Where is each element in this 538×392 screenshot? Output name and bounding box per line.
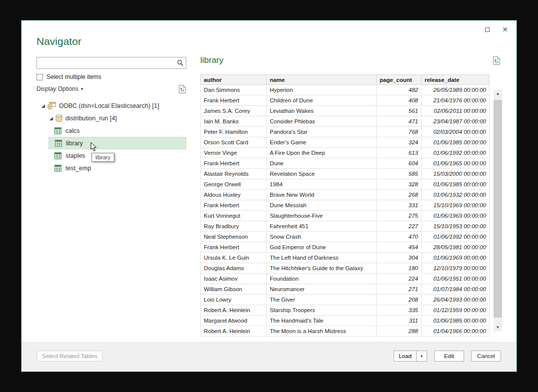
svg-text:↻: ↻ bbox=[494, 58, 499, 64]
cell: 271 bbox=[377, 284, 422, 295]
tree-children: calcs library staples test_emp bbox=[36, 124, 186, 174]
cancel-button[interactable]: Cancel bbox=[471, 351, 501, 362]
scroll-up-icon: ▲ bbox=[496, 91, 500, 96]
cell: 02/03/2004 00:00:00 bbox=[422, 127, 490, 137]
scrollbar-thumb[interactable] bbox=[494, 100, 502, 318]
cell: Ender's Game bbox=[267, 137, 377, 148]
page-title: Navigator bbox=[36, 35, 81, 47]
cell: 227 bbox=[377, 221, 422, 232]
cell: Foundation bbox=[267, 274, 377, 284]
search-icon[interactable] bbox=[175, 59, 186, 66]
column-header-author: author bbox=[201, 75, 267, 85]
cell: 1984 bbox=[267, 179, 377, 190]
cell: Children of Dune bbox=[267, 95, 377, 106]
tree-item-staples[interactable]: staples bbox=[48, 149, 186, 162]
cell: Snow Crash bbox=[267, 232, 377, 242]
cell: Revelation Space bbox=[267, 169, 377, 179]
cell: 613 bbox=[377, 148, 422, 158]
search-box bbox=[36, 57, 186, 69]
table-row: Iain M. BanksConsider Phlebas47123/04/19… bbox=[201, 116, 490, 127]
cell: 01/06/1969 00:00:00 bbox=[422, 211, 490, 221]
cell: Fahrenheit 451 bbox=[267, 221, 377, 232]
svg-text:↻: ↻ bbox=[180, 87, 184, 93]
column-header-release_date: release_date bbox=[422, 75, 490, 85]
mouse-cursor bbox=[90, 142, 97, 154]
cell: Frank Herbert bbox=[201, 200, 267, 211]
select-multiple-row: Select multiple items bbox=[36, 73, 101, 80]
cell: 208 bbox=[377, 295, 422, 305]
tree-item-test_emp[interactable]: test_emp bbox=[48, 162, 186, 174]
cell: George Orwell bbox=[201, 179, 267, 190]
cell: 01/06/1969 00:00:00 bbox=[422, 253, 490, 263]
expander-icon[interactable]: ◢ bbox=[41, 103, 47, 108]
table-row: Ursula K. Le GuinThe Left Hand of Darkne… bbox=[201, 253, 490, 263]
select-multiple-label[interactable]: Select multiple items bbox=[46, 73, 101, 80]
table-row: Lois LowryThe Giver20826/04/1993 00:00:0… bbox=[201, 295, 490, 305]
cell: Kurt Vonnegut bbox=[201, 211, 267, 221]
cell: Brave New World bbox=[267, 190, 377, 200]
load-button[interactable]: Load bbox=[394, 351, 417, 362]
table-row: Frank HerbertDune60401/06/1965 00:00:00 bbox=[201, 158, 490, 169]
cell: 585 bbox=[377, 169, 422, 179]
select-related-tables-button[interactable]: Select Related Tables bbox=[36, 351, 103, 362]
tree-item-label: calcs bbox=[65, 127, 79, 134]
cell: 335 bbox=[377, 305, 422, 316]
refresh-preview-icon[interactable]: ↻ bbox=[493, 56, 501, 67]
close-button[interactable]: ✕ bbox=[500, 24, 511, 34]
scroll-down-icon: ▼ bbox=[496, 325, 500, 330]
maximize-icon bbox=[485, 27, 490, 32]
table-row: Isaac AsimovFoundation22401/06/1951 00:0… bbox=[201, 274, 490, 284]
table-row: William GibsonNeuromancer27101/07/1984 0… bbox=[201, 284, 490, 295]
table-row: Frank HerbertChildren of Dune40821/04/19… bbox=[201, 95, 490, 106]
cell: 15/03/2000 00:00:00 bbox=[422, 169, 490, 179]
tree-item-distribution-run[interactable]: ◢ distribution_run [4] bbox=[36, 112, 186, 124]
cell: 02/06/2011 00:00:00 bbox=[422, 106, 490, 116]
table-icon bbox=[54, 127, 61, 134]
chevron-down-icon[interactable]: ▾ bbox=[81, 86, 83, 91]
table-icon bbox=[54, 152, 61, 159]
cell: 12/10/1979 00:00:00 bbox=[422, 263, 490, 274]
scroll-down-button[interactable]: ▼ bbox=[494, 323, 502, 332]
preview-body: Dan SimmonsHyperion48226/05/1989 00:00:0… bbox=[201, 85, 490, 337]
cell: 304 bbox=[377, 253, 422, 263]
search-input[interactable] bbox=[37, 58, 175, 68]
tree-item-calcs[interactable]: calcs bbox=[48, 124, 186, 137]
cell: Vernor Vinge bbox=[201, 148, 267, 158]
cell: A Fire Upon the Deep bbox=[267, 148, 377, 158]
cell: 01/06/1985 00:00:00 bbox=[422, 179, 490, 190]
table-row: Robert A. HeinleinThe Moon is a Harsh Mi… bbox=[201, 326, 490, 337]
select-multiple-checkbox[interactable] bbox=[36, 74, 43, 80]
table-row: James S.A. CoreyLeviathan Wakes56102/06/… bbox=[201, 106, 490, 116]
tree-item-library[interactable]: library bbox=[48, 137, 186, 149]
cell: 01/06/1985 00:00:00 bbox=[422, 316, 490, 326]
cell: The Handmaid's Tale bbox=[267, 316, 377, 326]
tree-item-odbc-source[interactable]: ◢ ODBC (dsn=Local Elasticsearch) [1] bbox=[36, 99, 186, 112]
table-row: Aldous HuxleyBrave New World26801/06/193… bbox=[201, 190, 490, 200]
load-dropdown-button[interactable]: ▾ bbox=[417, 351, 427, 362]
column-header-page_count: page_count bbox=[377, 75, 422, 85]
display-options-dropdown[interactable]: Display Options bbox=[36, 85, 78, 92]
cell: The Hitchhiker's Guide to the Galaxy bbox=[267, 263, 377, 274]
cell: Lois Lowry bbox=[201, 295, 267, 305]
cell: Dune Messiah bbox=[267, 200, 377, 211]
cell: William Gibson bbox=[201, 284, 267, 295]
edit-button[interactable]: Edit bbox=[434, 351, 464, 362]
table-row: Kurt VonnegutSlaughterhouse-Five27501/06… bbox=[201, 211, 490, 221]
cell: Neal Stephenson bbox=[201, 232, 267, 242]
cell: 180 bbox=[377, 263, 422, 274]
refresh-tree-icon[interactable]: ↻ bbox=[179, 85, 186, 93]
cell: 01/04/1966 00:00:00 bbox=[422, 326, 490, 337]
cell: 328 bbox=[377, 179, 422, 190]
table-row: Margaret AtwoodThe Handmaid's Tale31101/… bbox=[201, 316, 490, 326]
table-icon bbox=[55, 140, 62, 147]
cell: Dan Simmons bbox=[201, 85, 267, 95]
table-row: Robert A. HeinleinStarship Troopers33501… bbox=[201, 305, 490, 316]
cell: 470 bbox=[377, 232, 422, 242]
scroll-up-button[interactable]: ▲ bbox=[494, 89, 502, 98]
cell: 01/06/1992 00:00:00 bbox=[422, 232, 490, 242]
preview-scrollbar[interactable]: ▲ ▼ bbox=[494, 89, 502, 332]
navigator-dialog: ✕ Navigator Select multiple items Displa… bbox=[21, 20, 517, 372]
maximize-button[interactable] bbox=[482, 24, 493, 34]
expander-icon[interactable]: ◢ bbox=[49, 116, 55, 121]
tree-item-label: distribution_run [4] bbox=[65, 115, 117, 122]
